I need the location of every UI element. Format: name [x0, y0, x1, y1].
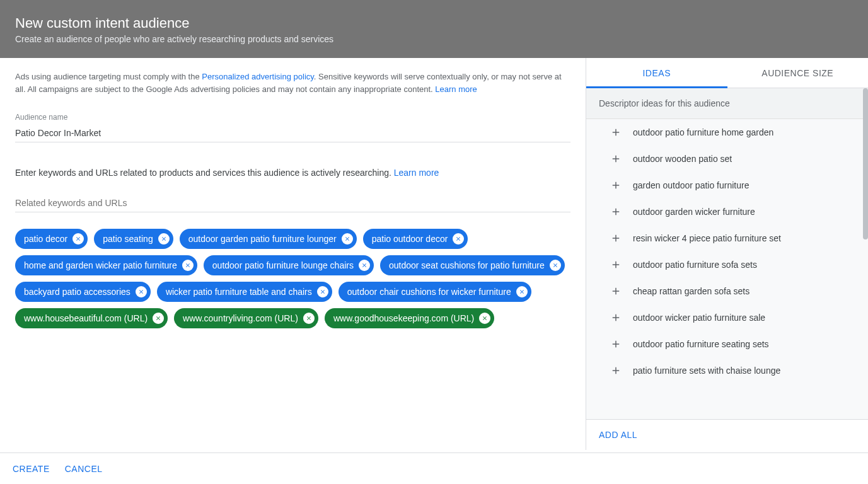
tab-audience-size[interactable]: AUDIENCE SIZE — [727, 58, 869, 88]
close-icon[interactable] — [516, 286, 528, 297]
plus-icon[interactable] — [610, 338, 622, 350]
tab-ideas[interactable]: IDEAS — [586, 58, 727, 88]
idea-row[interactable]: outdoor wooden patio set — [586, 146, 868, 172]
chip-label: patio seating — [103, 234, 153, 244]
keyword-chip[interactable]: patio decor — [15, 229, 88, 249]
close-icon[interactable] — [359, 260, 370, 271]
scrollbar[interactable] — [863, 88, 868, 239]
chip-label: home and garden wicker patio furniture — [24, 260, 177, 270]
idea-label: outdoor wooden patio set — [633, 154, 732, 164]
idea-label: outdoor patio furniture home garden — [633, 127, 773, 137]
keyword-chip[interactable]: home and garden wicker patio furniture — [15, 255, 197, 275]
audience-name-label: Audience name — [15, 113, 570, 122]
plus-icon[interactable] — [610, 233, 622, 244]
url-chip[interactable]: www.goodhousekeeping.com (URL) — [325, 308, 494, 328]
chip-label: patio outdoor decor — [372, 234, 448, 244]
policy-text-1: Ads using audience targeting must comply… — [15, 72, 202, 81]
plus-icon[interactable] — [610, 127, 622, 138]
policy-notice: Ads using audience targeting must comply… — [15, 71, 570, 95]
idea-row[interactable]: outdoor garden wicker furniture — [586, 199, 868, 225]
chips-container: patio decorpatio seatingoutdoor garden p… — [15, 229, 570, 328]
chip-label: backyard patio accessories — [24, 287, 130, 297]
idea-row[interactable]: outdoor patio furniture seating sets — [586, 331, 868, 357]
chip-label: outdoor patio furniture lounge chairs — [212, 260, 354, 270]
close-icon[interactable] — [72, 233, 84, 245]
dialog-subtitle: Create an audience of people who are act… — [15, 34, 853, 44]
idea-label: outdoor patio furniture sofa sets — [633, 260, 757, 270]
idea-row[interactable]: outdoor patio furniture home garden — [586, 119, 868, 146]
keyword-chip[interactable]: backyard patio accessories — [15, 282, 151, 302]
create-button[interactable]: CREATE — [13, 464, 50, 474]
keyword-chip[interactable]: wicker patio furniture table and chairs — [157, 282, 332, 302]
close-icon[interactable] — [550, 260, 561, 271]
idea-row[interactable]: resin wicker 4 piece patio furniture set — [586, 225, 868, 251]
keyword-chip[interactable]: outdoor patio furniture lounge chairs — [204, 255, 374, 275]
idea-label: garden outdoor patio furniture — [633, 180, 749, 190]
plus-icon[interactable] — [610, 365, 622, 376]
idea-row[interactable]: outdoor patio furniture sofa sets — [586, 251, 868, 278]
keyword-chip[interactable]: patio seating — [94, 229, 173, 249]
chip-label: www.housebeautiful.com (URL) — [24, 313, 148, 323]
close-icon[interactable] — [453, 233, 464, 245]
idea-label: outdoor patio furniture seating sets — [633, 339, 769, 349]
policy-learn-more-link[interactable]: Learn more — [435, 84, 477, 94]
idea-label: resin wicker 4 piece patio furniture set — [633, 233, 781, 243]
chip-label: www.countryliving.com (URL) — [183, 313, 298, 323]
plus-icon[interactable] — [610, 153, 622, 164]
chip-label: wicker patio furniture table and chairs — [166, 287, 312, 297]
keyword-chip[interactable]: patio outdoor decor — [363, 229, 468, 249]
close-icon[interactable] — [317, 286, 328, 297]
plus-icon[interactable] — [610, 312, 622, 323]
plus-icon[interactable] — [610, 259, 622, 270]
close-icon[interactable] — [153, 313, 164, 324]
keyword-chip[interactable]: outdoor garden patio furniture lounger — [180, 229, 357, 249]
dialog-title: New custom intent audience — [15, 15, 853, 32]
url-chip[interactable]: www.housebeautiful.com (URL) — [15, 308, 168, 328]
keyword-chip[interactable]: outdoor chair cushions for wicker furnit… — [339, 282, 531, 302]
url-chip[interactable]: www.countryliving.com (URL) — [174, 308, 318, 328]
audience-name-input[interactable] — [15, 125, 570, 142]
chip-label: outdoor chair cushions for wicker furnit… — [347, 287, 511, 297]
add-all-button[interactable]: ADD ALL — [599, 430, 637, 440]
close-icon[interactable] — [136, 286, 147, 297]
cancel-button[interactable]: CANCEL — [65, 464, 103, 474]
dialog-header: New custom intent audience Create an aud… — [0, 0, 868, 58]
idea-label: outdoor garden wicker furniture — [633, 207, 755, 217]
idea-label: outdoor wicker patio furniture sale — [633, 313, 765, 323]
plus-icon[interactable] — [610, 206, 622, 217]
main-panel: Ads using audience targeting must comply… — [0, 58, 586, 450]
keywords-instructions: Enter keywords and URLs related to produ… — [15, 168, 570, 178]
idea-row[interactable]: cheap rattan garden sofa sets — [586, 278, 868, 304]
keyword-chip[interactable]: outdoor seat cushions for patio furnitur… — [380, 255, 565, 275]
chip-label: patio decor — [24, 234, 67, 244]
close-icon[interactable] — [479, 313, 490, 324]
personalized-advertising-policy-link[interactable]: Personalized advertising policy — [202, 72, 314, 81]
chip-label: outdoor garden patio furniture lounger — [188, 234, 337, 244]
idea-label: cheap rattan garden sofa sets — [633, 286, 749, 296]
sidebar-panel: IDEAS AUDIENCE SIZE Descriptor ideas for… — [586, 58, 868, 450]
keywords-instructions-text: Enter keywords and URLs related to produ… — [15, 168, 394, 178]
close-icon[interactable] — [158, 233, 170, 245]
chip-label: www.goodhousekeeping.com (URL) — [333, 313, 474, 323]
related-keywords-input[interactable] — [15, 195, 570, 212]
sidebar-tabs: IDEAS AUDIENCE SIZE — [586, 58, 868, 88]
idea-row[interactable]: garden outdoor patio furniture — [586, 172, 868, 199]
plus-icon[interactable] — [610, 180, 622, 191]
keywords-learn-more-link[interactable]: Learn more — [394, 168, 439, 178]
ideas-list[interactable]: outdoor patio furniture home gardenoutdo… — [586, 119, 868, 419]
idea-label: patio furniture sets with chaise lounge — [633, 366, 780, 376]
dialog-footer: CREATE CANCEL — [0, 452, 868, 484]
close-icon[interactable] — [182, 260, 194, 271]
chip-label: outdoor seat cushions for patio furnitur… — [389, 260, 545, 270]
plus-icon[interactable] — [610, 285, 622, 297]
close-icon[interactable] — [303, 313, 315, 324]
idea-row[interactable]: patio furniture sets with chaise lounge — [586, 357, 868, 384]
ideas-header: Descriptor ideas for this audience — [586, 88, 868, 119]
idea-row[interactable]: outdoor wicker patio furniture sale — [586, 304, 868, 331]
add-all-bar: ADD ALL — [586, 419, 868, 450]
close-icon[interactable] — [342, 233, 353, 245]
